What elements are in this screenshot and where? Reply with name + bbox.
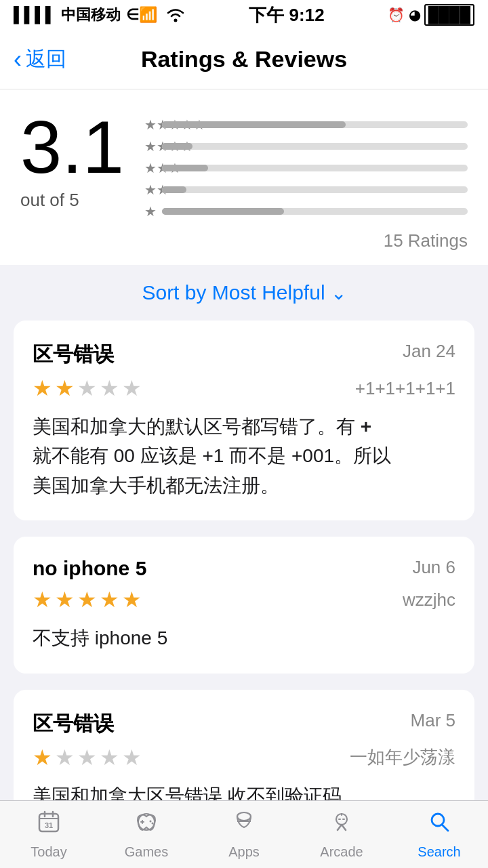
review-body-2: 不支持 iphone 5 [33,623,455,653]
review-header-1: 区号错误 Jan 24 [33,341,455,369]
review-header-2: no iphone 5 Jun 6 [33,557,455,580]
signal-icon: ▌▌▌▌ [14,6,56,24]
svg-point-0 [174,19,178,22]
review-stars-row-1: ★ ★ ★ ★ ★ +1+1+1+1+1 [33,375,455,401]
review-title-1: 区号错误 [33,341,114,369]
tab-today[interactable]: 31 Today [0,801,98,868]
star-bars: ★★★★★ ★★★★ ★★★ ★★ ★ [144,117,468,220]
wifi-icon-svg [165,7,186,22]
review-author-2: wzzjhc [403,590,455,611]
apps-icon [232,810,256,840]
status-time: 下午 9:12 [249,3,324,27]
rating-out-of: out of 5 [20,190,124,211]
svg-point-7 [150,820,152,822]
review-body-1: 美国和加拿大的默认区号都写错了。有 +就不能有 00 应该是 +1 而不是 +0… [33,412,455,500]
sort-button[interactable]: Sort by Most Helpful ⌄ [142,281,346,304]
tab-arcade[interactable]: Arcade [293,801,390,868]
rating-score-section: 3.1 out of 5 [20,110,124,211]
review-date-3: Mar 5 [411,710,455,731]
rating-score: 3.1 [20,110,124,184]
svg-line-18 [443,825,449,831]
games-icon [134,810,159,840]
tab-arcade-label: Arcade [320,844,363,860]
tab-today-label: Today [30,844,66,860]
sort-chevron-icon: ⌄ [331,282,346,304]
battery-icon: ████ [424,4,474,26]
review-author-3: 一如年少荡漾 [350,745,455,769]
sort-label: Sort by Most Helpful [142,281,325,304]
arcade-icon [329,810,354,840]
review-header-3: 区号错误 Mar 5 [33,710,455,738]
review-title-2: no iphone 5 [33,557,146,580]
back-button[interactable]: ‹ 返回 [14,45,66,73]
review-card-2: no iphone 5 Jun 6 ★ ★ ★ ★ ★ wzzjhc 不支持 i… [14,537,474,673]
review-stars-row-3: ★ ★ ★ ★ ★ 一如年少荡漾 [33,745,455,770]
carrier-label: 中国移动 [61,5,121,25]
back-chevron-icon: ‹ [14,47,22,72]
review-card-1: 区号错误 Jan 24 ★ ★ ★ ★ ★ +1+1+1+1+1 美国和加拿大的… [14,321,474,520]
tab-apps[interactable]: Apps [195,801,293,868]
status-left: ▌▌▌▌ 中国移动 ∈📶 [14,5,186,25]
svg-line-13 [342,825,346,830]
star-row-3: ★★★ [144,160,468,176]
tab-apps-label: Apps [228,844,260,860]
page-title: Ratings & Reviews [141,46,347,73]
today-icon: 31 [37,810,61,840]
nav-bar: ‹ 返回 Ratings & Reviews [0,30,488,89]
wifi-icon: ∈📶 [126,6,157,24]
svg-point-9 [237,812,251,821]
rating-bars-section: ★★★★★ ★★★★ ★★★ ★★ ★ 15 Ratings [144,110,468,251]
svg-line-12 [338,825,342,830]
svg-text:31: 31 [45,821,53,829]
sort-bar: Sort by Most Helpful ⌄ [0,265,488,321]
total-ratings: 15 Ratings [144,230,468,251]
tab-games[interactable]: Games [98,801,195,868]
status-bar: ▌▌▌▌ 中国移动 ∈📶 下午 9:12 ⏰ ◕ ████ [0,0,488,30]
star-row-1: ★ [144,203,468,220]
review-stars-row-2: ★ ★ ★ ★ ★ wzzjhc [33,587,455,613]
star-row-4: ★★★★ [144,138,468,154]
alarm-icon: ⏰ [388,7,405,23]
reviews-list: 区号错误 Jan 24 ★ ★ ★ ★ ★ +1+1+1+1+1 美国和加拿大的… [0,321,488,831]
tab-search-label: Search [418,844,460,860]
svg-point-8 [152,822,154,824]
review-date-2: Jun 6 [412,557,455,578]
tab-search[interactable]: Search [390,801,488,868]
star-row-2: ★★ [144,182,468,198]
review-title-3: 区号错误 [33,710,114,738]
tab-games-label: Games [125,844,168,860]
status-right: ⏰ ◕ ████ [388,4,474,26]
star-row-5: ★★★★★ [144,117,468,133]
review-date-1: Jan 24 [403,341,455,362]
tab-bar: 31 Today Games Apps [0,800,488,868]
location-icon: ◕ [409,7,420,23]
review-stars-2: ★ ★ ★ ★ ★ [33,587,142,613]
review-author-1: +1+1+1+1+1 [355,378,455,399]
search-icon [427,810,451,840]
review-stars-1: ★ ★ ★ ★ ★ [33,375,142,401]
review-stars-3: ★ ★ ★ ★ ★ [33,745,142,770]
back-label: 返回 [26,45,66,73]
rating-summary: 3.1 out of 5 ★★★★★ ★★★★ ★★★ ★★ ★ [0,89,488,265]
